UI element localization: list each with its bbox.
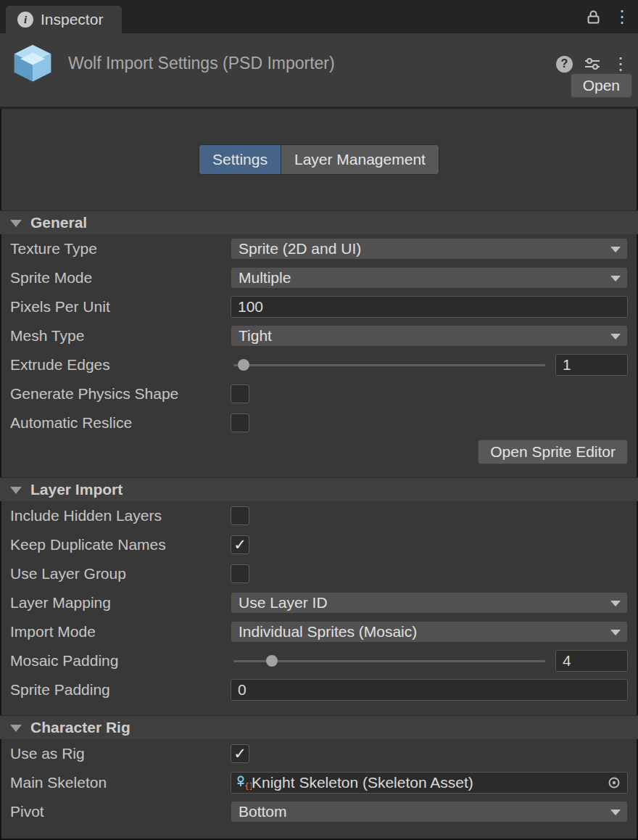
section-character-rig-title: Character Rig: [30, 719, 130, 736]
tab-settings[interactable]: Settings: [199, 144, 281, 175]
header-menu-icon[interactable]: ⋮: [612, 55, 629, 73]
presets-icon[interactable]: [584, 57, 600, 71]
mesh-type-dropdown[interactable]: Tight: [231, 325, 628, 347]
texture-type-label: Texture Type: [10, 240, 231, 258]
sprite-padding-input[interactable]: [231, 679, 628, 701]
layer-mapping-row: Layer Mapping Use Layer ID: [0, 588, 638, 617]
sprite-mode-dropdown[interactable]: Multiple: [231, 267, 628, 289]
use-layer-group-row: Use Layer Group: [0, 559, 638, 588]
pivot-dropdown[interactable]: Bottom: [231, 801, 628, 823]
lock-icon[interactable]: [587, 9, 600, 25]
main-skeleton-row: Main Skeleton {} Knight Skeleton (Skelet…: [0, 768, 638, 797]
info-icon: i: [17, 12, 33, 28]
sprite-padding-label: Sprite Padding: [10, 681, 231, 699]
extrude-edges-slider[interactable]: [231, 354, 548, 376]
section-general[interactable]: General: [0, 210, 638, 234]
mesh-type-label: Mesh Type: [10, 327, 231, 345]
asset-header: Wolf Import Settings (PSD Importer) ? ⋮ …: [0, 33, 638, 109]
chevron-down-icon: [610, 247, 621, 252]
include-hidden-layers-checkbox[interactable]: [231, 506, 249, 525]
generate-physics-shape-row: Generate Physics Shape: [0, 379, 638, 408]
slider-track: [233, 364, 545, 366]
pixels-per-unit-label: Pixels Per Unit: [10, 298, 231, 316]
mesh-type-value: Tight: [239, 327, 272, 345]
extrude-edges-row: Extrude Edges: [0, 350, 638, 379]
sprite-padding-row: Sprite Padding: [0, 675, 638, 704]
open-button[interactable]: Open: [571, 73, 632, 98]
foldout-arrow-icon[interactable]: [10, 220, 22, 227]
pivot-row: Pivot Bottom: [0, 797, 638, 826]
include-hidden-layers-row: Include Hidden Layers: [0, 501, 638, 530]
slider-handle[interactable]: [266, 655, 278, 667]
sprite-mode-label: Sprite Mode: [10, 269, 231, 287]
slider-track: [233, 660, 545, 662]
main-skeleton-object-field[interactable]: {} Knight Skeleton (Skeleton Asset): [231, 772, 628, 794]
object-picker-icon[interactable]: [604, 773, 624, 793]
skeleton-asset-icon: {}: [234, 774, 252, 791]
slider-handle[interactable]: [238, 359, 249, 371]
mesh-type-row: Mesh Type Tight: [0, 321, 638, 350]
tab-layer-management[interactable]: Layer Management: [281, 144, 439, 175]
pivot-label: Pivot: [10, 803, 231, 820]
open-sprite-editor-button[interactable]: Open Sprite Editor: [478, 440, 628, 464]
chevron-down-icon: [610, 630, 621, 635]
import-mode-label: Import Mode: [10, 623, 231, 641]
sprite-mode-row: Sprite Mode Multiple: [0, 263, 638, 292]
mosaic-padding-input[interactable]: [555, 650, 628, 672]
pixels-per-unit-row: Pixels Per Unit: [0, 292, 638, 321]
generate-physics-shape-checkbox[interactable]: [231, 384, 249, 403]
pivot-value: Bottom: [239, 803, 287, 820]
import-mode-dropdown[interactable]: Individual Sprites (Mosaic): [231, 621, 628, 643]
mosaic-padding-row: Mosaic Padding: [0, 646, 638, 675]
help-icon[interactable]: ?: [556, 56, 573, 73]
main-skeleton-value: Knight Skeleton (Skeleton Asset): [252, 774, 604, 791]
svg-text:{}: {}: [244, 781, 252, 791]
pixels-per-unit-input[interactable]: [231, 296, 628, 318]
tab-inspector[interactable]: i Inspector: [6, 6, 122, 33]
chevron-down-icon: [610, 276, 621, 281]
use-as-rig-checkbox[interactable]: [231, 744, 249, 763]
section-layer-import-title: Layer Import: [30, 481, 123, 498]
sprite-editor-row: Open Sprite Editor: [0, 437, 638, 466]
extrude-edges-input[interactable]: [555, 354, 628, 376]
keep-duplicate-names-checkbox[interactable]: [231, 535, 249, 554]
use-layer-group-label: Use Layer Group: [10, 565, 231, 582]
sprite-mode-value: Multiple: [239, 269, 291, 287]
tab-bar-menu-icon[interactable]: ⋮: [613, 8, 631, 25]
import-mode-row: Import Mode Individual Sprites (Mosaic): [0, 617, 638, 646]
generate-physics-shape-label: Generate Physics Shape: [10, 385, 231, 403]
mode-tabs-area: Settings Layer Management: [0, 109, 638, 210]
automatic-reslice-row: Automatic Reslice: [0, 408, 638, 437]
main-skeleton-label: Main Skeleton: [10, 774, 231, 791]
include-hidden-layers-label: Include Hidden Layers: [10, 507, 231, 524]
foldout-arrow-icon[interactable]: [10, 487, 22, 494]
texture-type-value: Sprite (2D and UI): [239, 240, 361, 258]
chevron-down-icon: [610, 810, 621, 815]
texture-type-dropdown[interactable]: Sprite (2D and UI): [231, 238, 628, 260]
automatic-reslice-label: Automatic Reslice: [10, 414, 231, 432]
asset-title: Wolf Import Settings (PSD Importer): [68, 54, 542, 73]
window-tab-bar: i Inspector ⋮: [0, 0, 638, 33]
foldout-arrow-icon[interactable]: [10, 725, 22, 732]
use-as-rig-label: Use as Rig: [10, 745, 231, 762]
layer-mapping-value: Use Layer ID: [239, 594, 328, 612]
chevron-down-icon: [610, 334, 621, 339]
keep-duplicate-names-label: Keep Duplicate Names: [10, 536, 231, 553]
mosaic-padding-slider[interactable]: [231, 650, 548, 672]
use-as-rig-row: Use as Rig: [0, 739, 638, 768]
layer-mapping-label: Layer Mapping: [10, 594, 231, 612]
automatic-reslice-checkbox[interactable]: [231, 413, 249, 432]
extrude-edges-label: Extrude Edges: [10, 356, 231, 374]
psd-importer-icon: [12, 42, 54, 84]
inspector-window: i Inspector ⋮ Wolf Imp: [0, 0, 638, 840]
use-layer-group-checkbox[interactable]: [231, 564, 249, 583]
section-layer-import[interactable]: Layer Import: [0, 477, 638, 501]
section-general-title: General: [30, 214, 87, 231]
texture-type-row: Texture Type Sprite (2D and UI): [0, 234, 638, 263]
section-character-rig[interactable]: Character Rig: [0, 715, 638, 739]
inspector-tab-label: Inspector: [41, 11, 103, 28]
mosaic-padding-label: Mosaic Padding: [10, 652, 231, 670]
import-mode-value: Individual Sprites (Mosaic): [239, 623, 417, 641]
keep-duplicate-names-row: Keep Duplicate Names: [0, 530, 638, 559]
layer-mapping-dropdown[interactable]: Use Layer ID: [231, 592, 628, 614]
